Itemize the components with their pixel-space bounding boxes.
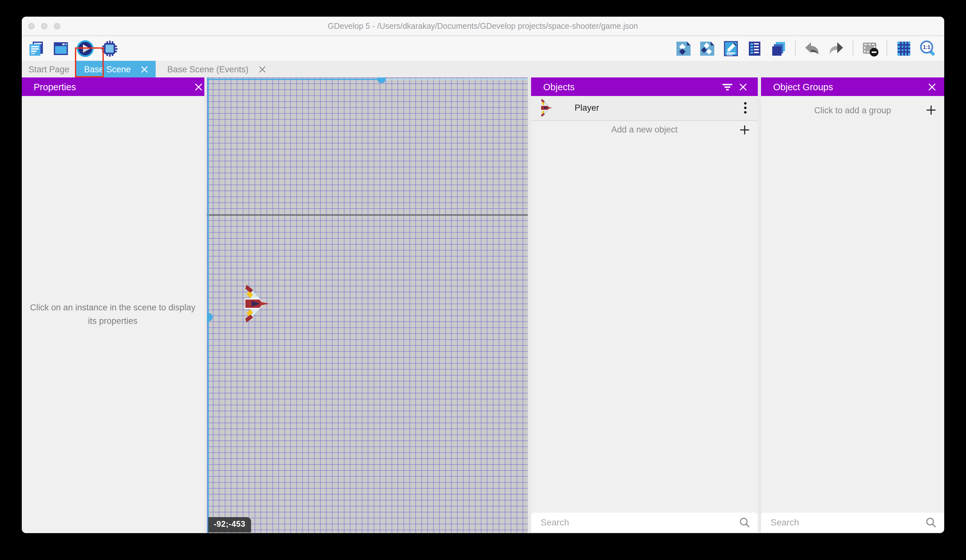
instances-list-icon xyxy=(746,39,764,57)
properties-panel-header: Properties xyxy=(21,77,204,96)
add-new-object-label: Add a new object xyxy=(611,125,677,134)
toggle-grid-button[interactable] xyxy=(895,39,913,57)
vertical-scrollbar-thumb[interactable] xyxy=(207,313,212,321)
horizontal-scrollbar-track[interactable] xyxy=(207,79,381,80)
debugger-button[interactable] xyxy=(100,39,118,57)
close-tab-icon[interactable] xyxy=(259,65,266,73)
properties-empty-state: Click on an instance in the scene to dis… xyxy=(21,96,204,533)
redo-button[interactable] xyxy=(827,39,845,57)
player-object-thumbnail xyxy=(540,99,553,118)
toolbar-separator xyxy=(853,40,853,56)
toolbar-separator xyxy=(795,40,795,56)
close-tab-icon[interactable] xyxy=(141,65,148,73)
cursor-coordinates-tooltip: -92;-453 xyxy=(208,517,251,532)
zoom-1-1-icon: 1:1 xyxy=(918,39,936,57)
vertical-scrollbar-track[interactable] xyxy=(207,77,209,533)
scene-window-icon xyxy=(52,39,69,57)
gdevelop-window: GDevelop 5 - /Users/dkarakay/Documents/G… xyxy=(21,16,944,533)
screenshot-root: GDevelop 5 - /Users/dkarakay/Documents/G… xyxy=(0,0,966,560)
minimize-window-button[interactable] xyxy=(41,23,47,29)
object-groups-panel: Object Groups Click to add a group xyxy=(761,77,944,533)
scene-window-border-line xyxy=(207,215,528,215)
toolbar-right: 1:1 xyxy=(675,39,936,57)
undo-button[interactable] xyxy=(803,39,821,57)
open-properties-button[interactable] xyxy=(722,39,740,57)
play-icon xyxy=(76,39,94,57)
open-layers-editor-button[interactable] xyxy=(769,39,787,57)
tab-base-scene-events[interactable]: Base Scene (Events) xyxy=(159,61,274,77)
groups-search-input[interactable] xyxy=(770,517,926,527)
toggle-window-mask-button[interactable] xyxy=(861,39,879,57)
objects-search-bar xyxy=(531,513,758,532)
object-groups-editor-icon xyxy=(698,39,716,57)
tab-base-scene[interactable]: Base Scene xyxy=(77,61,156,77)
debugger-icon xyxy=(100,39,118,57)
close-objects-icon[interactable] xyxy=(739,83,747,90)
toolbar: 1:1 xyxy=(21,36,944,61)
svg-text:1:1: 1:1 xyxy=(923,44,930,49)
preview-play-button[interactable] xyxy=(76,39,94,57)
search-icon xyxy=(739,517,750,528)
scene-canvas[interactable]: -92;-453 xyxy=(207,77,528,533)
search-icon xyxy=(926,517,936,528)
layers-editor-icon xyxy=(769,39,787,57)
toolbar-left xyxy=(27,39,118,57)
horizontal-scrollbar-track[interactable] xyxy=(381,79,528,80)
add-group-button[interactable]: Click to add a group xyxy=(761,96,944,124)
player-ship-instance[interactable] xyxy=(243,284,270,323)
properties-panel: Properties Click on an instance in the s… xyxy=(21,77,204,533)
horizontal-scrollbar-thumb[interactable] xyxy=(377,77,385,83)
tab-bar: Start Page Base Scene Base Scene (Events… xyxy=(21,61,944,77)
objects-panel-header: Objects xyxy=(531,77,758,96)
properties-editor-icon xyxy=(722,39,740,57)
objects-list-empty-area xyxy=(531,139,758,513)
grid-icon xyxy=(895,39,913,57)
tab-label: Base Scene (Events) xyxy=(167,64,248,74)
open-objects-editor-button[interactable] xyxy=(675,39,692,57)
zoom-window-button[interactable] xyxy=(54,23,60,29)
open-instances-list-button[interactable] xyxy=(746,39,764,57)
titlebar: GDevelop 5 - /Users/dkarakay/Documents/G… xyxy=(21,16,944,36)
toolbar-separator xyxy=(887,40,887,56)
plus-icon xyxy=(926,105,936,115)
object-groups-panel-title: Object Groups xyxy=(773,82,833,92)
traffic-lights xyxy=(28,16,60,35)
object-list-item-player[interactable]: Player xyxy=(531,96,758,121)
objects-panel: Objects xyxy=(531,77,758,533)
close-properties-icon[interactable] xyxy=(194,83,204,90)
project-manager-button[interactable] xyxy=(27,39,45,57)
objects-panel-title: Objects xyxy=(543,82,575,92)
filter-icon[interactable] xyxy=(723,83,732,90)
object-options-kebab-icon[interactable] xyxy=(744,102,747,114)
tab-label: Base Scene xyxy=(84,64,131,74)
object-groups-panel-header: Object Groups xyxy=(761,77,944,96)
objects-editor-icon xyxy=(675,39,692,57)
editor-content: Properties Click on an instance in the s… xyxy=(21,77,944,533)
zoom-1-1-button[interactable]: 1:1 xyxy=(918,39,936,57)
open-object-groups-editor-button[interactable] xyxy=(698,39,716,57)
tab-label: Start Page xyxy=(28,64,69,74)
properties-empty-message: Click on an instance in the scene to dis… xyxy=(28,301,197,328)
plus-icon xyxy=(740,125,749,134)
project-manager-icon xyxy=(27,39,45,57)
close-window-button[interactable] xyxy=(28,23,34,29)
object-name: Player xyxy=(575,103,744,113)
render-mask-icon xyxy=(861,39,879,57)
properties-panel-title: Properties xyxy=(34,82,76,92)
redo-icon xyxy=(827,39,845,57)
groups-search-bar xyxy=(761,513,944,532)
undo-icon xyxy=(803,39,821,57)
groups-list-empty-area xyxy=(761,124,944,513)
tab-start-page[interactable]: Start Page xyxy=(21,61,77,77)
window-title: GDevelop 5 - /Users/dkarakay/Documents/G… xyxy=(328,21,638,30)
objects-search-input[interactable] xyxy=(540,517,739,527)
scene-window-button[interactable] xyxy=(52,39,69,57)
close-object-groups-icon[interactable] xyxy=(928,83,936,90)
add-new-object-button[interactable]: Add a new object xyxy=(531,121,758,139)
add-group-label: Click to add a group xyxy=(814,105,891,115)
